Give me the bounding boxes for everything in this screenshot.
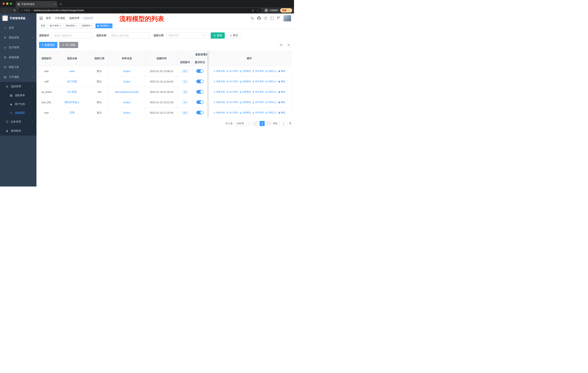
browser-update-button[interactable]: 更新 ⋮: [280, 8, 292, 13]
browser-menu-icon[interactable]: ⋮: [288, 9, 290, 12]
action-definition-link[interactable]: 流程定义: [265, 80, 277, 83]
action-assign-link[interactable]: 分配规则: [239, 90, 251, 93]
tag-my-process[interactable]: 我的流程: [64, 23, 79, 28]
zoom-window-button[interactable]: [10, 2, 12, 5]
page-size-select[interactable]: 10条/页: [234, 121, 251, 126]
search-button[interactable]: 搜索: [211, 32, 225, 39]
hamburger-icon[interactable]: [39, 17, 43, 20]
sidebar-item-workflow[interactable]: ▤ 工作流程: [0, 72, 36, 82]
action-edit-link[interactable]: 修改流程: [213, 90, 225, 93]
status-toggle[interactable]: [196, 80, 204, 83]
process-name-link[interactable]: OA 请假: [67, 90, 77, 93]
goto-page-input[interactable]: [279, 121, 287, 126]
action-publish-link[interactable]: 发布流程: [252, 111, 264, 114]
prev-page-button[interactable]: ‹: [253, 121, 258, 126]
action-assign-link[interactable]: 分配规则: [239, 111, 251, 114]
action-delete-link[interactable]: 删除: [278, 111, 285, 114]
breadcrumb-item[interactable]: 工作流程: [55, 17, 65, 20]
process-category-select[interactable]: 流程分类: [166, 32, 207, 39]
github-icon[interactable]: [257, 17, 261, 20]
process-name-input[interactable]: [109, 32, 150, 39]
forward-button[interactable]: →: [7, 9, 12, 12]
form-info-link[interactable]: /bpm/oa/leave/create: [115, 91, 139, 93]
action-delete-link[interactable]: 删除: [278, 90, 285, 93]
action-design-link[interactable]: 设计流程: [226, 80, 238, 83]
action-publish-link[interactable]: 发布流程: [252, 90, 264, 93]
process-key-input[interactable]: [52, 32, 93, 39]
action-design-link[interactable]: 设计流程: [226, 111, 238, 114]
browser-tab[interactable]: 芋道管理系统 ×: [16, 1, 57, 7]
sidebar-item-infra[interactable]: ⊞ 基础设施: [0, 52, 36, 62]
sidebar-item-process-form[interactable]: ▦ 流程表单: [0, 91, 36, 100]
window-controls[interactable]: [2, 2, 12, 5]
action-delete-link[interactable]: 删除: [278, 70, 285, 73]
status-toggle[interactable]: [196, 100, 204, 104]
action-publish-link[interactable]: 发布流程: [252, 70, 264, 73]
process-name-link[interactable]: 滔博: [70, 111, 75, 114]
action-edit-link[interactable]: 修改流程: [213, 70, 225, 73]
action-design-link[interactable]: 设计流程: [226, 90, 238, 93]
sidebar-item-leave-query[interactable]: ♟ 请假查询: [0, 126, 36, 135]
sidebar-item-payment[interactable]: ¥ 支付管理: [0, 43, 36, 52]
process-name-link[interactable]: eeee: [69, 70, 75, 73]
status-toggle[interactable]: [196, 111, 204, 114]
back-button[interactable]: ←: [2, 9, 7, 12]
sidebar-item-process-model[interactable]: ✈ 流程模型: [0, 109, 36, 117]
action-definition-link[interactable]: 流程定义: [265, 101, 277, 104]
form-info-link[interactable]: biubiu: [123, 111, 130, 114]
form-info-link[interactable]: biubiu: [123, 80, 130, 83]
tag-close-icon[interactable]: [75, 25, 77, 27]
security-warning-icon[interactable]: ⚠: [21, 9, 23, 12]
sidebar-item-home[interactable]: ⌂ 首页: [0, 23, 36, 33]
form-info-link[interactable]: biubiu: [123, 70, 130, 73]
create-process-button[interactable]: 新建流程: [39, 42, 57, 48]
action-delete-link[interactable]: 删除: [278, 80, 285, 83]
tag-close-icon[interactable]: [60, 25, 61, 27]
sidebar-item-system[interactable]: ⚙ 系统管理: [0, 33, 36, 43]
search-icon[interactable]: [251, 17, 254, 20]
tab-close-icon[interactable]: ×: [54, 3, 55, 6]
tag-close-icon[interactable]: [91, 25, 93, 27]
minimize-window-button[interactable]: [6, 2, 8, 5]
bookmark-star-icon[interactable]: ☆: [257, 9, 259, 12]
tag-process-model[interactable]: 流程模型: [95, 23, 113, 28]
tag-process-form[interactable]: 流程表单: [80, 23, 94, 28]
action-definition-link[interactable]: 流程定义: [265, 90, 277, 93]
action-design-link[interactable]: 设计流程: [226, 101, 238, 104]
action-assign-link[interactable]: 分配规则: [239, 80, 251, 83]
status-toggle[interactable]: [196, 90, 204, 94]
page-1-button[interactable]: 1: [260, 121, 265, 126]
fullscreen-icon[interactable]: [271, 17, 273, 20]
help-icon[interactable]: [264, 17, 267, 20]
refresh-table-button[interactable]: [286, 42, 292, 48]
action-definition-link[interactable]: 流程定义: [265, 111, 277, 114]
close-window-button[interactable]: [2, 2, 5, 5]
toggle-search-button[interactable]: [278, 42, 284, 48]
sidebar-item-task-management[interactable]: ☑ 任务管理: [0, 117, 36, 126]
action-edit-link[interactable]: 修改流程: [213, 111, 225, 114]
reset-button[interactable]: 重置: [227, 32, 241, 39]
address-bar[interactable]: ⚠ 不安全 dashboard.yudao.iocoder.cn/bpm/man…: [19, 8, 261, 13]
breadcrumb-item[interactable]: 流程管理: [69, 17, 79, 20]
tag-tenant[interactable]: 租户管理: [48, 23, 63, 28]
password-key-icon[interactable]: [252, 9, 254, 12]
sidebar-item-user-group[interactable]: ☻ 用户分组: [0, 100, 36, 109]
process-name-link[interactable]: 测试多审批人: [64, 101, 80, 104]
tag-home[interactable]: 首页: [39, 23, 47, 28]
process-name-link[interactable]: 自己审批: [67, 80, 77, 83]
action-edit-link[interactable]: 修改流程: [213, 80, 225, 83]
sidebar-item-devtools[interactable]: ⚒ 研发工具: [0, 62, 36, 72]
action-edit-link[interactable]: 修改流程: [213, 101, 225, 104]
breadcrumb-item[interactable]: 首页: [46, 17, 51, 20]
font-size-icon[interactable]: [277, 16, 280, 20]
import-process-button[interactable]: 导入流程: [59, 42, 78, 48]
sidebar-item-process-management[interactable]: ≣ 流程管理: [0, 82, 36, 91]
avatar[interactable]: [284, 15, 291, 21]
form-info-link[interactable]: biubiu: [123, 101, 130, 104]
action-publish-link[interactable]: 发布流程: [252, 101, 264, 104]
action-definition-link[interactable]: 流程定义: [265, 70, 277, 73]
new-tab-button[interactable]: [57, 1, 64, 7]
status-toggle[interactable]: [196, 69, 204, 73]
action-assign-link[interactable]: 分配规则: [239, 70, 251, 73]
tag-close-icon[interactable]: [109, 25, 111, 27]
